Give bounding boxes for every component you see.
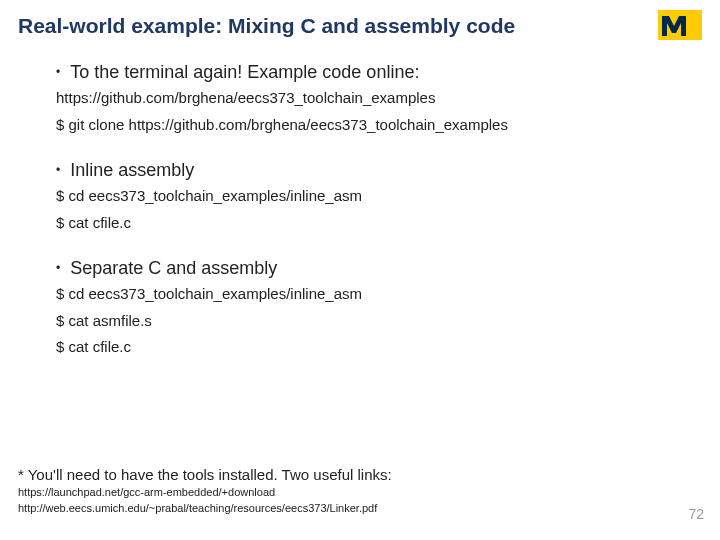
sub-line: $ cat cfile.c xyxy=(56,336,690,359)
footnote-links: https://launchpad.net/gcc-arm-embedded/+… xyxy=(18,485,392,516)
sub-line: $ git clone https://github.com/brghena/e… xyxy=(56,114,690,137)
content-area: • To the terminal again! Example code on… xyxy=(40,62,690,383)
bullet-icon: • xyxy=(56,66,60,78)
list-item: • To the terminal again! Example code on… xyxy=(40,62,690,136)
page-number: 72 xyxy=(688,506,704,522)
slide: Real-world example: Mixing C and assembl… xyxy=(0,0,720,540)
bullet-row: • To the terminal again! Example code on… xyxy=(56,62,690,83)
list-item: • Inline assembly $ cd eecs373_toolchain… xyxy=(40,160,690,234)
bullet-row: • Separate C and assembly xyxy=(56,258,690,279)
sub-line: $ cat cfile.c xyxy=(56,212,690,235)
bullet-icon: • xyxy=(56,262,60,274)
bullet-icon: • xyxy=(56,164,60,176)
sub-line: $ cd eecs373_toolchain_examples/inline_a… xyxy=(56,283,690,306)
sub-line: https://github.com/brghena/eecs373_toolc… xyxy=(56,87,690,110)
sub-line: $ cat asmfile.s xyxy=(56,310,690,333)
footnote-link: https://launchpad.net/gcc-arm-embedded/+… xyxy=(18,485,392,500)
bullet-text: To the terminal again! Example code onli… xyxy=(70,62,419,83)
logo xyxy=(658,10,702,44)
bullet-text: Inline assembly xyxy=(70,160,194,181)
list-item: • Separate C and assembly $ cd eecs373_t… xyxy=(40,258,690,359)
footnote-link: http://web.eecs.umich.edu/~prabal/teachi… xyxy=(18,501,392,516)
footnote: * You'll need to have the tools installe… xyxy=(18,466,392,516)
slide-title: Real-world example: Mixing C and assembl… xyxy=(18,14,515,38)
bullet-text: Separate C and assembly xyxy=(70,258,277,279)
footnote-text: * You'll need to have the tools installe… xyxy=(18,466,392,483)
bullet-row: • Inline assembly xyxy=(56,160,690,181)
bullet-list: • To the terminal again! Example code on… xyxy=(40,62,690,359)
sub-line: $ cd eecs373_toolchain_examples/inline_a… xyxy=(56,185,690,208)
